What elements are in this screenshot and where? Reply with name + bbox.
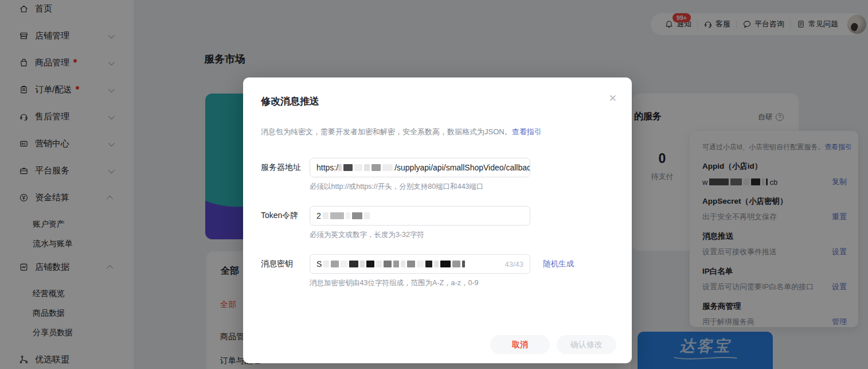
modal-footer: 取消 确认修改	[490, 335, 616, 354]
secret-label: 消息密钥	[261, 259, 310, 269]
secret-help: 消息加密密钥由43位字符组成，范围为A-Z，a-z，0-9	[310, 278, 614, 288]
token-input[interactable]: 2	[310, 206, 530, 226]
edit-message-push-modal: 修改消息推送 ✕ 消息包为纯密文，需要开发者加密和解密，安全系数高，数据格式为J…	[243, 77, 632, 363]
app-window: 首页 店铺管理 商品管理	[0, 0, 868, 369]
cancel-button[interactable]: 取消	[490, 335, 550, 354]
modal-title: 修改消息推送	[261, 95, 614, 108]
secret-input[interactable]: S 43/43	[310, 254, 530, 274]
server-address-label: 服务器地址	[261, 162, 310, 173]
token-field: Token令牌 2 必须为英文或数字，长度为3-32字符	[261, 206, 614, 240]
server-address-input[interactable]: https://supplyapi/api/smallShopVideo/cal…	[310, 158, 530, 177]
token-help: 必须为英文或数字，长度为3-32字符	[310, 230, 614, 240]
server-address-help: 必须以http://或https://开头，分别支持80端口和443端口	[310, 182, 614, 192]
secret-field: 消息密钥 S 43/43 随机生成 消息加密密钥由43位字符组成，范围为A-Z，…	[261, 254, 614, 288]
modal-description: 消息包为纯密文，需要开发者加密和解密，安全系数高，数据格式为JSON。查看指引	[261, 127, 614, 137]
confirm-button[interactable]: 确认修改	[557, 335, 616, 354]
char-counter: 43/43	[501, 260, 523, 269]
view-guide-link-modal[interactable]: 查看指引	[512, 127, 542, 136]
server-address-field: 服务器地址 https://supplyapi/api/smallShopVid…	[261, 158, 614, 192]
modal-form: 服务器地址 https://supplyapi/api/smallShopVid…	[261, 158, 614, 288]
random-generate-link[interactable]: 随机生成	[543, 259, 574, 269]
close-icon[interactable]: ✕	[609, 94, 617, 103]
token-label: Token令牌	[261, 211, 310, 221]
